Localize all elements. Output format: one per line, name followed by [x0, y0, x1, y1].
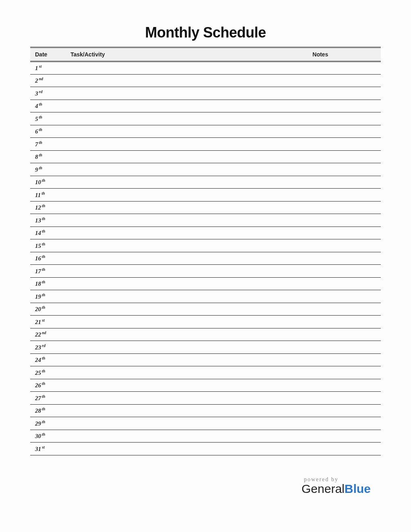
date-cell: 13th: [30, 214, 66, 227]
notes-cell: [260, 379, 381, 392]
date-cell: 30th: [30, 430, 66, 443]
date-cell: 3rd: [30, 87, 66, 100]
notes-cell: [260, 87, 381, 100]
task-cell: [66, 176, 260, 189]
date-cell: 18th: [30, 277, 66, 290]
ordinal-suffix: th: [42, 420, 45, 424]
date-cell: 2nd: [30, 74, 66, 87]
task-cell: [66, 316, 260, 328]
date-cell: 25th: [30, 366, 66, 379]
table-row: 15th: [30, 239, 381, 252]
table-header-row: Date Task/Activity Notes: [30, 48, 381, 62]
column-header-notes: Notes: [260, 48, 381, 62]
task-cell: [66, 163, 260, 176]
task-cell: [66, 290, 260, 303]
notes-cell: [260, 328, 381, 341]
column-header-task: Task/Activity: [66, 48, 260, 62]
date-cell: 10th: [30, 176, 66, 189]
task-cell: [66, 214, 260, 227]
notes-cell: [260, 265, 381, 278]
date-cell: 8th: [30, 150, 66, 163]
table-row: 1st: [30, 62, 381, 75]
task-cell: [66, 150, 260, 163]
day-number: 12: [35, 204, 41, 211]
date-cell: 4th: [30, 100, 66, 112]
date-cell: 1st: [30, 62, 66, 75]
table-row: 4th: [30, 100, 381, 112]
task-cell: [66, 189, 260, 202]
ordinal-suffix: th: [42, 216, 45, 221]
notes-cell: [260, 227, 381, 239]
ordinal-suffix: st: [39, 64, 42, 69]
task-cell: [66, 201, 260, 214]
table-row: 10th: [30, 176, 381, 189]
task-cell: [66, 87, 260, 100]
date-cell: 16th: [30, 252, 66, 265]
ordinal-suffix: th: [42, 242, 45, 246]
ordinal-suffix: th: [39, 127, 42, 132]
ordinal-suffix: th: [42, 178, 45, 183]
day-number: 30: [35, 433, 41, 439]
ordinal-suffix: th: [39, 115, 42, 119]
table-row: 18th: [30, 277, 381, 290]
date-cell: 27th: [30, 392, 66, 405]
day-number: 10: [35, 179, 41, 185]
table-row: 5th: [30, 112, 381, 125]
day-number: 4: [35, 103, 38, 109]
ordinal-suffix: th: [42, 280, 45, 284]
column-header-date: Date: [30, 48, 66, 62]
notes-cell: [260, 163, 381, 176]
ordinal-suffix: th: [42, 369, 45, 373]
schedule-table: Date Task/Activity Notes 1st2nd3rd4th5th…: [30, 47, 381, 455]
table-row: 16th: [30, 252, 381, 265]
ordinal-suffix: th: [42, 293, 45, 297]
date-cell: 12th: [30, 201, 66, 214]
notes-cell: [260, 303, 381, 316]
day-number: 7: [35, 141, 38, 148]
ordinal-suffix: th: [39, 166, 42, 170]
notes-cell: [260, 277, 381, 290]
day-number: 3: [35, 90, 38, 97]
brand-text-general: General: [301, 482, 345, 495]
day-number: 31: [35, 446, 41, 452]
day-number: 14: [35, 230, 41, 236]
date-cell: 24th: [30, 353, 66, 366]
table-row: 24th: [30, 353, 381, 366]
table-row: 14th: [30, 227, 381, 239]
date-cell: 7th: [30, 138, 66, 151]
day-number: 15: [35, 243, 41, 249]
date-cell: 31st: [30, 443, 66, 455]
day-number: 8: [35, 154, 38, 160]
table-row: 25th: [30, 366, 381, 379]
task-cell: [66, 74, 260, 87]
date-cell: 5th: [30, 112, 66, 125]
notes-cell: [260, 392, 381, 405]
day-number: 18: [35, 281, 41, 287]
task-cell: [66, 328, 260, 341]
task-cell: [66, 379, 260, 392]
task-cell: [66, 392, 260, 405]
day-number: 19: [35, 293, 41, 300]
notes-cell: [260, 176, 381, 189]
notes-cell: [260, 125, 381, 138]
day-number: 25: [35, 370, 41, 376]
table-row: 22nd: [30, 328, 381, 341]
day-number: 5: [35, 116, 38, 122]
ordinal-suffix: th: [42, 432, 45, 436]
date-cell: 19th: [30, 290, 66, 303]
date-cell: 15th: [30, 239, 66, 252]
task-cell: [66, 239, 260, 252]
brand-logo: GeneralBlue: [301, 482, 371, 496]
task-cell: [66, 252, 260, 265]
day-number: 23: [35, 344, 41, 351]
notes-cell: [260, 443, 381, 455]
footer-attribution: powered by GeneralBlue: [301, 476, 371, 496]
ordinal-suffix: th: [42, 394, 45, 399]
day-number: 28: [35, 407, 41, 414]
table-row: 19th: [30, 290, 381, 303]
day-number: 2: [35, 77, 38, 84]
table-row: 3rd: [30, 87, 381, 100]
date-cell: 26th: [30, 379, 66, 392]
table-row: 30th: [30, 430, 381, 443]
page-title: Monthly Schedule: [30, 24, 381, 41]
